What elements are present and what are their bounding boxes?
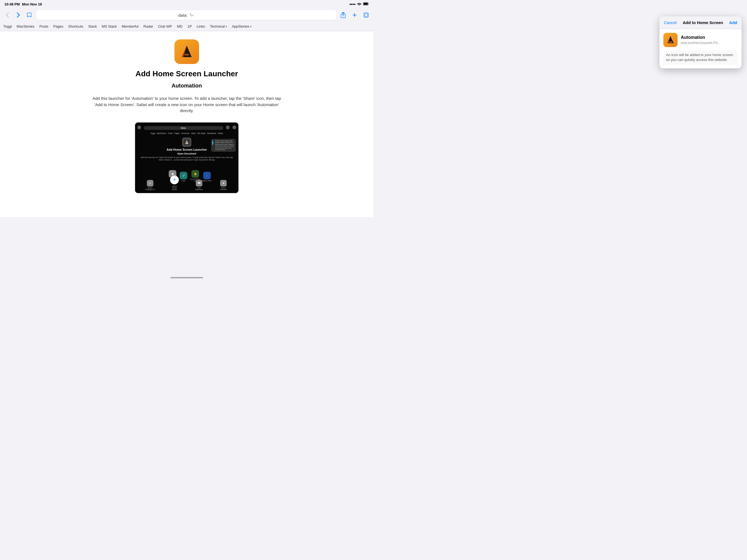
home-bar <box>170 277 203 278</box>
preview-share-row: ∞ Add to Reading List + Add to Home Scre… <box>135 176 238 190</box>
bookmark-appstories[interactable]: AppStories ▾ <box>232 24 252 28</box>
bookmark-slack[interactable]: Slack <box>88 24 97 28</box>
wifi-icon <box>357 2 361 6</box>
preview-desc: Add this launcher for 'Open Document' to… <box>135 156 238 161</box>
app-icon <box>175 40 199 64</box>
browser-toolbar: data: <box>0 8 374 22</box>
chevron-icon: ▾ <box>226 25 227 28</box>
app-subtitle: Automation <box>172 82 202 89</box>
svg-rect-1 <box>364 3 368 5</box>
page-title: Add Home Screen Launcher <box>136 70 238 78</box>
description-text: Add this launcher for 'Automation' to yo… <box>91 96 282 114</box>
battery-icon <box>363 2 369 6</box>
share-button[interactable] <box>339 11 347 19</box>
main-content: Add Home Screen Launcher Automation Add … <box>0 31 374 217</box>
bookmark-1p[interactable]: 1P <box>187 24 192 28</box>
reload-icon[interactable] <box>190 12 194 18</box>
bookmark-radar[interactable]: Radar <box>144 24 153 28</box>
bookmark-md[interactable]: MD <box>177 24 182 28</box>
preview-url-bar: data: <box>144 126 223 130</box>
status-bar: 10:48 PM Mon Nov 19 ●●●● <box>0 0 374 8</box>
bookmark-pages[interactable]: Pages <box>53 24 63 28</box>
preview-inner: ⊂ data: ↺ TogglMacStoriesPostsPagesShort… <box>135 123 238 193</box>
svg-rect-4 <box>365 14 367 17</box>
bookmark-technical[interactable]: Technical ▾ <box>210 24 227 28</box>
preview-bookmarks: TogglMacStoriesPostsPagesShortcutsSlackM… <box>150 132 223 134</box>
bookmark-links[interactable]: Links <box>197 24 205 28</box>
signal-icon: ●●●● <box>349 2 356 6</box>
new-tab-button[interactable] <box>351 11 359 19</box>
bookmark-club-wp[interactable]: Club WP <box>158 24 172 28</box>
bookmark-macstories[interactable]: MacStories <box>17 24 34 28</box>
status-time: 10:48 PM <box>4 2 20 6</box>
preview-page-title: Add Home Screen Launcher <box>166 148 207 151</box>
screenshot-preview: ⊂ data: ↺ TogglMacStoriesPostsPagesShort… <box>135 122 239 193</box>
bookmarks-button[interactable] <box>25 11 33 19</box>
tabs-button[interactable] <box>362 11 370 19</box>
chevron-icon: ▾ <box>250 25 252 28</box>
toolbar-right <box>339 11 370 19</box>
url-text: data: <box>178 13 187 18</box>
forward-button[interactable] <box>14 11 22 19</box>
bookmark-ms-slack[interactable]: MS Slack <box>102 24 117 28</box>
status-date: Mon Nov 19 <box>22 2 42 6</box>
app-icon-wrapper <box>175 40 199 64</box>
bookmarks-bar: Toggl MacStories Posts Pages Shortcuts S… <box>0 22 374 31</box>
preview-open-doc: Open Document <box>177 152 196 155</box>
url-bar[interactable]: data: <box>36 10 336 20</box>
bookmark-toggl[interactable]: Toggl <box>3 24 12 28</box>
status-icons: ●●●● <box>349 2 369 6</box>
preview-airdrop: AirDrop. Share instantly with people nea… <box>211 139 236 152</box>
preview-app-icon <box>182 137 191 147</box>
bookmark-memberful[interactable]: Memberful <box>122 24 138 28</box>
back-button[interactable] <box>3 11 11 19</box>
bookmark-posts[interactable]: Posts <box>40 24 48 28</box>
bookmark-shortcuts[interactable]: Shortcuts <box>68 24 83 28</box>
